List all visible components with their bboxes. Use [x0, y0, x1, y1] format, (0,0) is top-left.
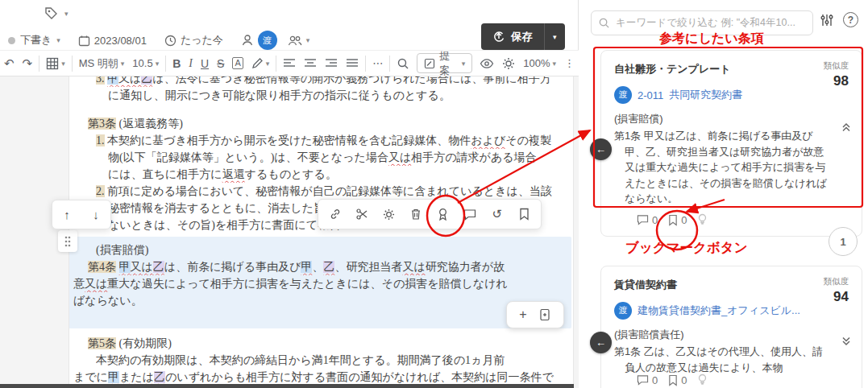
- cut-scissors-button[interactable]: [351, 203, 373, 225]
- comment-button[interactable]: [459, 203, 481, 225]
- edit-doc-icon: [424, 58, 435, 69]
- save-dropdown-button[interactable]: ▾: [545, 23, 565, 50]
- align-left-button[interactable]: [279, 53, 300, 74]
- delete-trash-button[interactable]: [405, 203, 427, 225]
- card-category: 賃貸借契約書: [614, 278, 849, 292]
- document-line: 第5条 (有効期限): [88, 335, 573, 352]
- collapse-chevron-icon[interactable]: [841, 122, 852, 133]
- document-title-link[interactable]: 建物賃貸借契約書_オフィスビル...: [638, 303, 800, 318]
- status-label[interactable]: 下書き: [20, 33, 52, 47]
- suggest-mode-button[interactable]: 提案 ▾: [417, 53, 472, 73]
- document-number: 2-011: [638, 89, 663, 101]
- status-caret-icon[interactable]: ▾: [56, 36, 60, 44]
- search-icon: [598, 17, 610, 29]
- similar-clause-card[interactable]: 賃貸借契約書 類似度 94 渡 建物賃貸借契約書_オフィスビル... (損害賠償…: [600, 266, 862, 388]
- document-header: ▾ 下書き ▾ 2023/08/01 たった今: [0, 0, 578, 50]
- similarity-label: 類似度: [824, 60, 849, 72]
- move-down-button[interactable]: ↓: [93, 208, 99, 221]
- document-line: に通知し、開示につき可能な限り相手方の指示に従うものとする。: [108, 87, 573, 104]
- selected-clause-block[interactable]: (損害賠償)第4条 甲又は乙は、前条に掲げる事由及び甲、乙、研究担当者又は研究協…: [69, 237, 571, 328]
- more-tools-button[interactable]: ⋯: [368, 53, 387, 74]
- clause-settings-gear-button[interactable]: [378, 203, 401, 225]
- highlight-pen-button[interactable]: ▾: [247, 53, 274, 74]
- link-button[interactable]: [324, 203, 347, 225]
- bookmark-clause-button[interactable]: [513, 203, 535, 225]
- move-up-button[interactable]: ↑: [64, 208, 70, 221]
- filter-sliders-icon[interactable]: [820, 13, 834, 27]
- kebab-menu-button[interactable]: ⋮: [560, 53, 579, 74]
- similar-clause-panel: キーワードで絞り込む 例: "令和4年10... ? 自社雛形・テンプレート 類…: [579, 0, 868, 388]
- document-line: 1. 本契約に基づき相手方から開示を受けた秘密情報を含む記録媒体、物件およびその…: [96, 132, 573, 149]
- save-button-group: 保存 ▾: [481, 23, 565, 50]
- avatar: 渡: [614, 302, 632, 320]
- insert-clause-back-button[interactable]: ←: [590, 332, 612, 353]
- pagination-badge[interactable]: 1: [829, 227, 858, 256]
- tag-icon[interactable]: [44, 6, 58, 20]
- bookmark-count-button[interactable]: 0: [668, 214, 687, 226]
- clause-heading: (損害賠償): [614, 112, 849, 126]
- comment-count-button[interactable]: 0: [637, 374, 658, 386]
- similarity-value: 94: [824, 289, 849, 305]
- settings-gear-button[interactable]: [498, 53, 519, 74]
- document-line: 意又は重大な過失によって相手方に損害を与えたときには、その損害を賠償しなけれ: [73, 275, 568, 292]
- bold-button[interactable]: B: [168, 53, 185, 74]
- align-right-button[interactable]: [321, 53, 342, 74]
- clause-text: 第1条 乙は、乙又はその代理人、使用人、請負人の故意又は過失により、本物: [614, 344, 833, 375]
- italic-button[interactable]: I: [185, 53, 197, 74]
- help-icon[interactable]: ?: [843, 12, 858, 27]
- similarity-value: 98: [824, 73, 849, 89]
- tag-caret-icon[interactable]: ▾: [64, 10, 69, 18]
- status-dot-icon: [8, 37, 15, 44]
- lightbulb-icon[interactable]: [697, 213, 708, 226]
- strikethrough-button[interactable]: S: [213, 53, 228, 74]
- app-window: ▾ 下書き ▾ 2023/08/01 たった今: [0, 0, 868, 388]
- document-line: (損害賠償): [96, 241, 568, 258]
- clause-drag-handle[interactable]: [58, 230, 77, 252]
- panel-search-input[interactable]: キーワードで絞り込む 例: "令和4年10...: [591, 10, 813, 35]
- similar-clause-search-button[interactable]: [432, 203, 455, 225]
- save-button-label: 保存: [511, 30, 533, 44]
- avatar: 渡: [614, 86, 632, 104]
- char-style-button[interactable]: A: [228, 53, 247, 74]
- preview-eye-button[interactable]: [476, 53, 498, 74]
- insert-clause-back-button[interactable]: ←: [590, 138, 612, 160]
- align-center-button[interactable]: [300, 53, 321, 74]
- save-button[interactable]: 保存: [481, 23, 544, 50]
- underline-button[interactable]: U: [197, 53, 213, 74]
- align-justify-button[interactable]: [342, 53, 363, 74]
- add-document-icon[interactable]: [539, 308, 551, 321]
- last-saved-label: たった今: [181, 33, 223, 47]
- card-category: 自社雛形・テンプレート: [614, 62, 849, 76]
- expand-chevron-icon[interactable]: [841, 336, 852, 347]
- date-field[interactable]: 2023/08/01: [78, 35, 147, 47]
- document-line: 第4条 甲又は乙は、前条に掲げる事由及び甲、乙、研究担当者又は研究協力者が故: [88, 258, 568, 275]
- bookmark-count-button[interactable]: 0: [668, 374, 687, 386]
- history-button[interactable]: ↺: [486, 203, 509, 225]
- upload-icon: [492, 31, 505, 43]
- insert-table-button[interactable]: ▾: [42, 53, 69, 74]
- document-line: ばならない。: [73, 292, 568, 309]
- add-button[interactable]: +: [519, 308, 526, 322]
- document-line: [73, 104, 573, 115]
- document-page[interactable]: 3. 甲又は乙は、法令に基づき秘密情報等の開示が義務づけられた場合には、事前に相…: [69, 76, 574, 388]
- lightbulb-icon[interactable]: [697, 374, 708, 386]
- redo-button[interactable]: ↷: [19, 53, 37, 74]
- undo-button[interactable]: ↶: [0, 53, 19, 74]
- document-section-selected: (損害賠償)第4条 甲又は乙は、前条に掲げる事由及び甲、乙、研究担当者又は研究協…: [73, 241, 568, 309]
- pen-icon: [251, 57, 264, 69]
- people-caret-icon[interactable]: ▾: [306, 36, 310, 44]
- search-button[interactable]: [392, 53, 413, 74]
- user-avatar[interactable]: 渡: [258, 31, 277, 50]
- editor-toolbar: ↶ ↷ ▾ MS 明朝▾ 10.5▾ B I U S A ▾: [0, 50, 579, 76]
- toolbar-divider: [276, 56, 276, 72]
- font-family-select[interactable]: MS 明朝▾: [75, 53, 129, 74]
- similarity-label: 類似度: [824, 276, 849, 287]
- font-size-select[interactable]: 10.5▾: [128, 53, 163, 74]
- document-title-link[interactable]: 共同研究契約書: [669, 88, 742, 102]
- clause-heading: (損害賠償責任): [614, 328, 849, 342]
- toolbar-divider: [365, 56, 366, 72]
- people-icon[interactable]: [288, 35, 302, 47]
- similar-clause-card[interactable]: 自社雛形・テンプレート 類似度 98 渡 2-011 共同研究契約書 (損害賠償…: [600, 50, 862, 237]
- comment-count-button[interactable]: 0: [637, 214, 658, 226]
- zoom-level-select[interactable]: 100%▾: [519, 53, 560, 74]
